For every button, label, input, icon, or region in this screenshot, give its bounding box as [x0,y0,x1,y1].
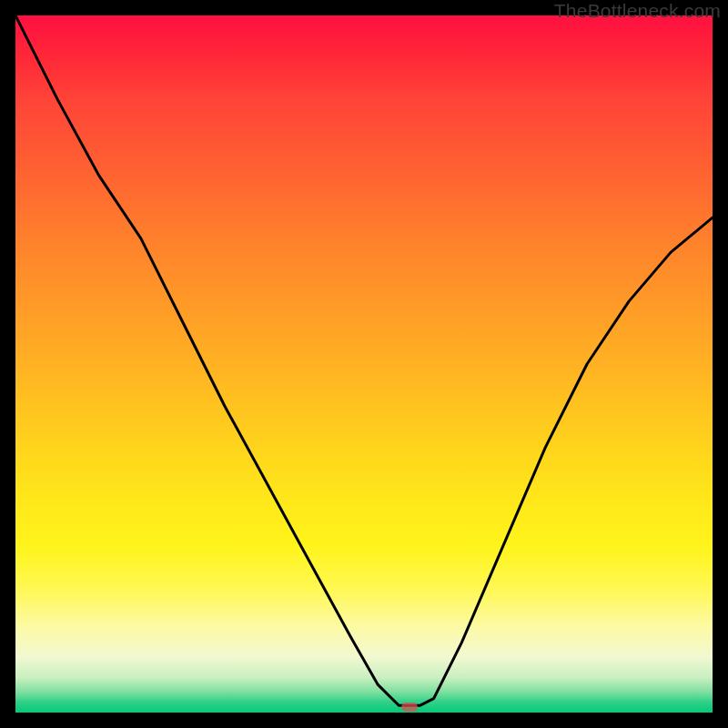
peak-marker [401,703,418,712]
chart-frame: TheBottleneck.com [0,0,728,728]
watermark-text: TheBottleneck.com [554,0,721,22]
plot-area [15,15,713,713]
bottleneck-curve [15,15,713,713]
